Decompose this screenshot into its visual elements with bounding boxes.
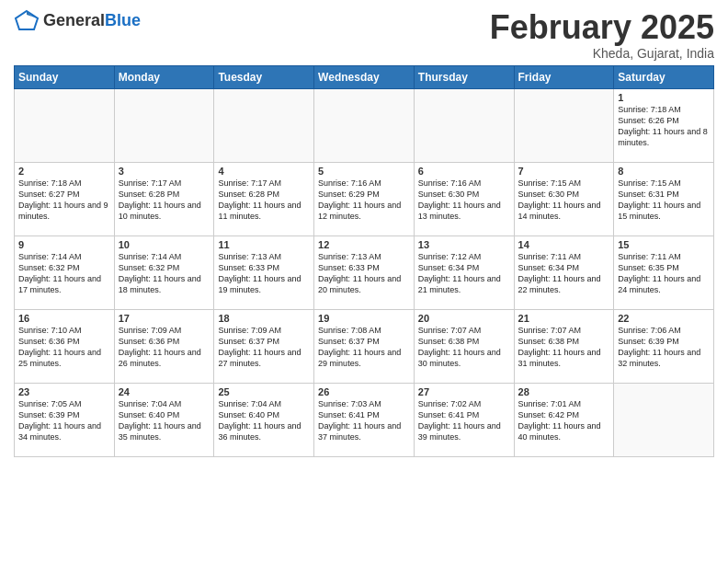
cell-w4-d4: 27Sunrise: 7:02 AM Sunset: 6:41 PM Dayli… xyxy=(414,383,514,456)
cell-w2-d4: 13Sunrise: 7:12 AM Sunset: 6:34 PM Dayli… xyxy=(414,236,514,309)
day-num-w1-d5: 7 xyxy=(518,166,610,177)
cell-info-w0-d6: Sunrise: 7:18 AM Sunset: 6:26 PM Dayligh… xyxy=(618,104,710,149)
cell-w2-d6: 15Sunrise: 7:11 AM Sunset: 6:35 PM Dayli… xyxy=(614,236,714,309)
cell-w1-d4: 6Sunrise: 7:16 AM Sunset: 6:30 PM Daylig… xyxy=(414,162,514,236)
cell-info-w3-d0: Sunrise: 7:10 AM Sunset: 6:36 PM Dayligh… xyxy=(18,325,110,370)
day-num-w1-d0: 2 xyxy=(18,166,110,177)
cell-w3-d0: 16Sunrise: 7:10 AM Sunset: 6:36 PM Dayli… xyxy=(15,309,115,383)
day-num-w1-d6: 8 xyxy=(618,166,710,177)
day-num-w4-d0: 23 xyxy=(18,386,110,397)
cell-info-w2-d2: Sunrise: 7:13 AM Sunset: 6:33 PM Dayligh… xyxy=(218,251,310,296)
day-num-w1-d4: 6 xyxy=(418,166,510,177)
day-num-w2-d2: 11 xyxy=(218,239,310,250)
cell-w4-d1: 24Sunrise: 7:04 AM Sunset: 6:40 PM Dayli… xyxy=(114,383,214,456)
cell-w0-d0 xyxy=(15,88,115,162)
cell-info-w4-d4: Sunrise: 7:02 AM Sunset: 6:41 PM Dayligh… xyxy=(418,398,510,443)
month-title: February 2025 xyxy=(490,9,714,46)
cell-w2-d0: 9Sunrise: 7:14 AM Sunset: 6:32 PM Daylig… xyxy=(15,236,115,309)
day-num-w1-d3: 5 xyxy=(318,166,410,177)
logo-icon xyxy=(14,9,40,31)
cell-w0-d6: 1Sunrise: 7:18 AM Sunset: 6:26 PM Daylig… xyxy=(614,88,714,162)
cell-info-w3-d1: Sunrise: 7:09 AM Sunset: 6:36 PM Dayligh… xyxy=(119,325,210,370)
cell-info-w3-d3: Sunrise: 7:08 AM Sunset: 6:37 PM Dayligh… xyxy=(318,325,410,370)
day-num-w3-d2: 18 xyxy=(218,313,310,324)
cell-w1-d1: 3Sunrise: 7:17 AM Sunset: 6:28 PM Daylig… xyxy=(114,162,214,236)
week-row-1: 2Sunrise: 7:18 AM Sunset: 6:27 PM Daylig… xyxy=(15,162,714,236)
cell-info-w1-d2: Sunrise: 7:17 AM Sunset: 6:28 PM Dayligh… xyxy=(218,178,310,223)
cell-w0-d4 xyxy=(414,88,514,162)
cell-w3-d5: 21Sunrise: 7:07 AM Sunset: 6:38 PM Dayli… xyxy=(514,309,614,383)
cell-w0-d5 xyxy=(514,88,614,162)
day-num-w3-d0: 16 xyxy=(18,313,110,324)
cell-w1-d2: 4Sunrise: 7:17 AM Sunset: 6:28 PM Daylig… xyxy=(214,162,314,236)
header-row: Sunday Monday Tuesday Wednesday Thursday… xyxy=(15,65,714,88)
cell-info-w3-d4: Sunrise: 7:07 AM Sunset: 6:38 PM Dayligh… xyxy=(418,325,510,370)
cell-w1-d3: 5Sunrise: 7:16 AM Sunset: 6:29 PM Daylig… xyxy=(314,162,415,236)
page-container: GeneralBlue February 2025 Kheda, Gujarat… xyxy=(0,0,728,462)
cell-info-w4-d3: Sunrise: 7:03 AM Sunset: 6:41 PM Dayligh… xyxy=(318,398,410,443)
cell-w1-d6: 8Sunrise: 7:15 AM Sunset: 6:31 PM Daylig… xyxy=(614,162,714,236)
day-num-w4-d1: 24 xyxy=(119,386,210,397)
cell-info-w2-d3: Sunrise: 7:13 AM Sunset: 6:33 PM Dayligh… xyxy=(318,251,410,296)
cell-w3-d1: 17Sunrise: 7:09 AM Sunset: 6:36 PM Dayli… xyxy=(114,309,214,383)
cell-w2-d5: 14Sunrise: 7:11 AM Sunset: 6:34 PM Dayli… xyxy=(514,236,614,309)
col-friday: Friday xyxy=(514,65,614,88)
cell-w4-d5: 28Sunrise: 7:01 AM Sunset: 6:42 PM Dayli… xyxy=(514,383,614,456)
cell-info-w1-d3: Sunrise: 7:16 AM Sunset: 6:29 PM Dayligh… xyxy=(318,178,410,223)
day-num-w3-d1: 17 xyxy=(119,313,210,324)
day-num-w4-d5: 28 xyxy=(518,386,610,397)
cell-w3-d4: 20Sunrise: 7:07 AM Sunset: 6:38 PM Dayli… xyxy=(414,309,514,383)
logo: GeneralBlue xyxy=(14,9,141,31)
day-num-w2-d3: 12 xyxy=(318,239,410,250)
day-num-w3-d4: 20 xyxy=(418,313,510,324)
cell-info-w3-d5: Sunrise: 7:07 AM Sunset: 6:38 PM Dayligh… xyxy=(518,325,610,370)
day-num-w3-d5: 21 xyxy=(518,313,610,324)
cell-info-w1-d4: Sunrise: 7:16 AM Sunset: 6:30 PM Dayligh… xyxy=(418,178,510,223)
day-num-w4-d4: 27 xyxy=(418,386,510,397)
cell-info-w1-d0: Sunrise: 7:18 AM Sunset: 6:27 PM Dayligh… xyxy=(18,178,110,223)
cell-w1-d0: 2Sunrise: 7:18 AM Sunset: 6:27 PM Daylig… xyxy=(15,162,115,236)
day-num-w2-d4: 13 xyxy=(418,239,510,250)
cell-info-w1-d5: Sunrise: 7:15 AM Sunset: 6:30 PM Dayligh… xyxy=(518,178,610,223)
week-row-2: 9Sunrise: 7:14 AM Sunset: 6:32 PM Daylig… xyxy=(15,236,714,309)
cell-info-w2-d0: Sunrise: 7:14 AM Sunset: 6:32 PM Dayligh… xyxy=(18,251,110,296)
cell-info-w1-d1: Sunrise: 7:17 AM Sunset: 6:28 PM Dayligh… xyxy=(119,178,210,223)
col-thursday: Thursday xyxy=(414,65,514,88)
cell-info-w2-d6: Sunrise: 7:11 AM Sunset: 6:35 PM Dayligh… xyxy=(618,251,710,296)
day-num-w4-d2: 25 xyxy=(218,386,310,397)
week-row-0: 1Sunrise: 7:18 AM Sunset: 6:26 PM Daylig… xyxy=(15,88,714,162)
cell-info-w3-d2: Sunrise: 7:09 AM Sunset: 6:37 PM Dayligh… xyxy=(218,325,310,370)
cell-w2-d3: 12Sunrise: 7:13 AM Sunset: 6:33 PM Dayli… xyxy=(314,236,415,309)
cell-w1-d5: 7Sunrise: 7:15 AM Sunset: 6:30 PM Daylig… xyxy=(514,162,614,236)
day-num-w2-d1: 10 xyxy=(119,239,210,250)
cell-w2-d2: 11Sunrise: 7:13 AM Sunset: 6:33 PM Dayli… xyxy=(214,236,314,309)
day-num-w0-d6: 1 xyxy=(618,92,710,103)
cell-info-w4-d0: Sunrise: 7:05 AM Sunset: 6:39 PM Dayligh… xyxy=(18,398,110,443)
cell-w0-d3 xyxy=(314,88,415,162)
cell-info-w4-d2: Sunrise: 7:04 AM Sunset: 6:40 PM Dayligh… xyxy=(218,398,310,443)
cell-w4-d2: 25Sunrise: 7:04 AM Sunset: 6:40 PM Dayli… xyxy=(214,383,314,456)
logo-general: General xyxy=(43,11,105,29)
cell-info-w2-d5: Sunrise: 7:11 AM Sunset: 6:34 PM Dayligh… xyxy=(518,251,610,296)
cell-w0-d1 xyxy=(114,88,214,162)
cell-info-w3-d6: Sunrise: 7:06 AM Sunset: 6:39 PM Dayligh… xyxy=(618,325,710,370)
cell-w4-d3: 26Sunrise: 7:03 AM Sunset: 6:41 PM Dayli… xyxy=(314,383,415,456)
day-num-w4-d3: 26 xyxy=(318,386,410,397)
day-num-w2-d6: 15 xyxy=(618,239,710,250)
day-num-w3-d3: 19 xyxy=(318,313,410,324)
day-num-w2-d5: 14 xyxy=(518,239,610,250)
calendar-table: Sunday Monday Tuesday Wednesday Thursday… xyxy=(14,65,714,457)
cell-info-w2-d4: Sunrise: 7:12 AM Sunset: 6:34 PM Dayligh… xyxy=(418,251,510,296)
col-sunday: Sunday xyxy=(15,65,115,88)
header: GeneralBlue February 2025 Kheda, Gujarat… xyxy=(14,9,714,61)
cell-w3-d6: 22Sunrise: 7:06 AM Sunset: 6:39 PM Dayli… xyxy=(614,309,714,383)
title-section: February 2025 Kheda, Gujarat, India xyxy=(490,9,714,61)
cell-info-w4-d1: Sunrise: 7:04 AM Sunset: 6:40 PM Dayligh… xyxy=(119,398,210,443)
col-monday: Monday xyxy=(114,65,214,88)
cell-w0-d2 xyxy=(214,88,314,162)
cell-info-w2-d1: Sunrise: 7:14 AM Sunset: 6:32 PM Dayligh… xyxy=(119,251,210,296)
cell-w4-d0: 23Sunrise: 7:05 AM Sunset: 6:39 PM Dayli… xyxy=(15,383,115,456)
cell-w4-d6 xyxy=(614,383,714,456)
logo-text: GeneralBlue xyxy=(43,11,141,30)
col-wednesday: Wednesday xyxy=(314,65,415,88)
